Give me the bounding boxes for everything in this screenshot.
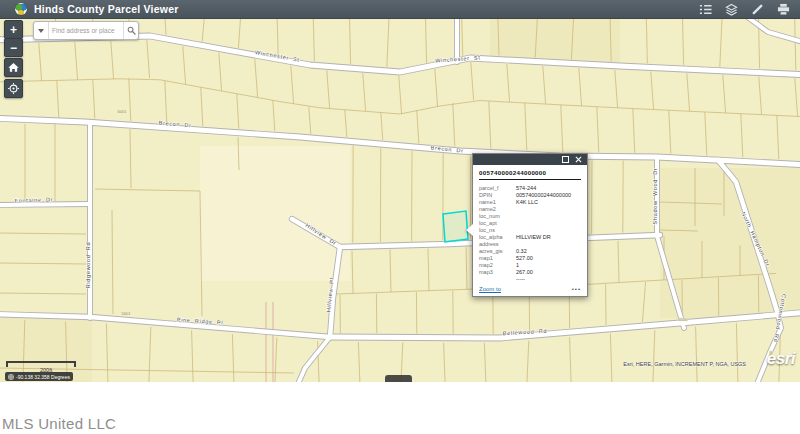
zoom-in-button[interactable]: + (4, 20, 23, 39)
field-value: 005740000244000000 (516, 192, 571, 198)
field-value: 527.00 (516, 255, 533, 261)
lot-number-label: 6001 (118, 109, 128, 114)
popup-field-row: address (479, 240, 581, 247)
app-root: Hinds County Parcel Viewer Winchester St… (0, 0, 800, 434)
search-icon (127, 26, 136, 35)
crosshair-icon (8, 374, 14, 380)
legend-icon[interactable] (698, 2, 712, 16)
railroad-line (266, 302, 273, 382)
popup-pointer (466, 224, 473, 236)
popup-title: 005740000244000000 (479, 169, 581, 176)
field-label: parcel_f (479, 185, 516, 191)
more-options-button[interactable]: ••• (572, 286, 581, 292)
footer-watermark: MLS United LLC (2, 415, 116, 432)
field-label: map2 (479, 262, 516, 268)
field-label: DPIN (479, 192, 516, 198)
field-label: loc_alpha (479, 234, 516, 240)
popup-field-row: parcel_f574-244 (479, 184, 581, 191)
field-label: loc_ns (479, 227, 516, 233)
field-value: 267.00 (516, 269, 533, 275)
county-logo-icon (15, 3, 27, 15)
my-location-button[interactable] (4, 79, 23, 98)
field-value: K4K LLC (516, 199, 538, 205)
field-label: loc_num (479, 213, 516, 219)
coordinate-display: -90.138 32.358 Degrees (5, 372, 73, 381)
road (298, 337, 330, 382)
popup-fields: parcel_f574-244DPIN005740000244000000nam… (479, 184, 581, 282)
zoom-to-link[interactable]: Zoom to (479, 286, 501, 292)
road (0, 204, 90, 205)
home-icon (7, 61, 20, 74)
app-title: Hinds County Parcel Viewer (34, 3, 178, 15)
field-value: 1 (516, 262, 519, 268)
parcel-popup: 005740000244000000 parcel_f574-244DPIN00… (472, 153, 588, 297)
popup-field-row: loc_apt (479, 219, 581, 226)
popup-field-row: map1527.00 (479, 254, 581, 261)
selected-parcel[interactable] (443, 211, 468, 242)
attribution-expand-button[interactable] (385, 375, 412, 382)
field-label: acres_gis (479, 248, 516, 254)
street-label: Shadow Wood Dr (652, 168, 658, 225)
search-box (33, 21, 139, 40)
field-value: ----- (516, 276, 525, 282)
app-header: Hinds County Parcel Viewer (0, 0, 800, 19)
field-label: map1 (479, 255, 516, 261)
popup-field-row: name2 (479, 205, 581, 212)
popup-field-row: loc_ns (479, 226, 581, 233)
map-canvas[interactable]: Winchester StWinchester StBrecon DrBreco… (0, 18, 800, 382)
search-button[interactable] (123, 22, 138, 39)
popup-field-row: map3267.00 (479, 268, 581, 275)
header-toolbar (698, 2, 790, 16)
popup-field-row: DPIN005740000244000000 (479, 191, 581, 198)
search-input[interactable] (49, 22, 123, 39)
popup-field-row: loc_alphaHILLVIEW DR (479, 233, 581, 240)
home-button[interactable] (4, 58, 23, 77)
field-value: 0.32 (516, 248, 527, 254)
popup-field-row: loc_num (479, 212, 581, 219)
parcel-block-tint (200, 146, 350, 281)
parcel-block-tint (490, 18, 620, 62)
chevron-down-icon (38, 29, 44, 33)
gps-target-icon (7, 82, 20, 95)
divider (479, 179, 581, 180)
map-attribution: Esri, HERE, Garmin, INCREMENT P, NGA, US… (623, 361, 746, 367)
field-label: name1 (479, 199, 516, 205)
lot-number-label: 4000 (679, 317, 689, 322)
field-label: name2 (479, 206, 516, 212)
popup-field-row: name1K4K LLC (479, 198, 581, 205)
field-label: loc_apt (479, 220, 516, 226)
search-source-dropdown[interactable] (34, 22, 49, 39)
popup-footer: Zoom to ••• (479, 286, 581, 292)
parcel-map-layer[interactable]: Winchester StWinchester StBrecon DrBreco… (0, 18, 800, 382)
street-label: Ridgewood Rd (85, 242, 91, 288)
road (0, 118, 800, 165)
coordinates-text: -90.138 32.358 Degrees (16, 374, 70, 380)
zoom-out-button[interactable]: − (4, 38, 23, 57)
maximize-icon[interactable] (562, 156, 569, 163)
close-icon[interactable] (575, 156, 582, 163)
field-value: HILLVIEW DR (516, 234, 551, 240)
popup-field-row: map21 (479, 261, 581, 268)
field-value: 574-244 (516, 185, 536, 191)
popup-field-row: acres_gis0.32 (479, 247, 581, 254)
esri-logo: esri (767, 349, 795, 369)
print-icon[interactable] (776, 2, 790, 16)
parcel-block-tint (660, 168, 800, 318)
field-label: address (479, 241, 516, 247)
popup-titlebar[interactable] (473, 154, 587, 165)
popup-body: 005740000244000000 parcel_f574-244DPIN00… (473, 165, 587, 296)
popup-field-row: ----- (479, 275, 581, 282)
field-label: map3 (479, 269, 516, 275)
measure-icon[interactable] (750, 2, 764, 16)
layers-icon[interactable] (724, 2, 738, 16)
lot-number-label: 5601 (122, 311, 132, 316)
